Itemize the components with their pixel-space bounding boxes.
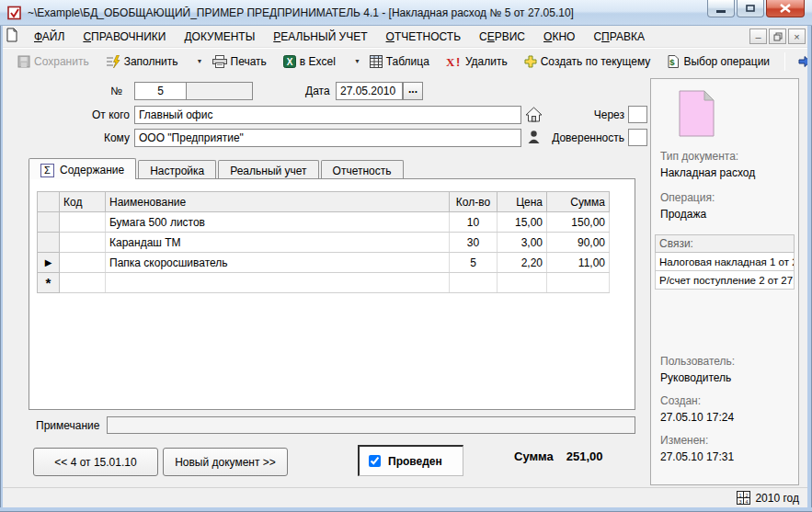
delete-x-icon: X!: [446, 55, 462, 68]
menu-item-6[interactable]: СЕРВИС: [470, 28, 534, 46]
title-bar: ~\Example\БД_ОБОБЩАЮЩИЙ_ПРИМЕР ПРЕДПРИНИ…: [0, 0, 812, 26]
delete-button[interactable]: X!Удалить: [440, 52, 513, 71]
table-row: ▶Папка скоросшиватель52,2011,00: [38, 253, 610, 273]
cell-price[interactable]: 3,00: [497, 233, 547, 253]
restore-button[interactable]: [737, 0, 764, 17]
menu-item-8[interactable]: СПРАВКА: [584, 28, 654, 46]
tab-label: Содержание: [60, 164, 124, 176]
row-selector[interactable]: [38, 212, 60, 233]
linked-document-2[interactable]: Р/счет поступление 2 от 27.0: [655, 271, 795, 290]
table-button[interactable]: Таблица: [364, 52, 435, 71]
column-header[interactable]: Цена: [497, 192, 547, 212]
cell-qty[interactable]: 5: [450, 253, 497, 273]
cell-code[interactable]: [60, 212, 106, 233]
create-by-current-button[interactable]: Создать по текущему: [519, 52, 657, 71]
cell-name[interactable]: Бумага 500 листов: [106, 212, 450, 233]
mdi-restore-button[interactable]: [769, 28, 786, 44]
window-title: ~\Example\БД_ОБОБЩАЮЩИЙ_ПРИМЕР ПРЕДПРИНИ…: [28, 6, 574, 19]
tab-strip: ΣСодержаниеНастройкаРеальный учетОтчетно…: [29, 158, 406, 179]
prev-document-button[interactable]: << 4 от 15.01.10: [33, 448, 158, 476]
tab-label: Реальный учет: [230, 165, 306, 177]
toolbar-button-label: Заполнить: [124, 55, 178, 68]
cell-qty[interactable]: 10: [450, 212, 497, 233]
cell-code[interactable]: [60, 273, 106, 293]
cell-sum[interactable]: [547, 273, 610, 293]
date-picker-button[interactable]: ...: [403, 82, 423, 100]
minimize-button[interactable]: [707, 0, 735, 17]
svg-text:X: X: [446, 55, 455, 68]
cell-name[interactable]: [106, 273, 450, 293]
linked-document-1[interactable]: Налоговая накладная 1 от 27: [655, 253, 795, 271]
cell-code[interactable]: [60, 233, 106, 253]
tab-label: Настройка: [150, 165, 204, 177]
menu-item-4[interactable]: РЕАЛЬНЫЙ УЧЕТ: [264, 28, 376, 46]
proxy-input[interactable]: [628, 129, 647, 146]
toolbar-button-label: Печать: [231, 55, 267, 68]
menu-item-3[interactable]: ДОКУМЕНТЫ: [175, 28, 264, 46]
tab-1[interactable]: ΣСодержание: [29, 158, 136, 179]
cell-price[interactable]: 2,20: [497, 253, 547, 273]
column-header[interactable]: Наименование: [106, 192, 450, 212]
dropdown-arrow-icon[interactable]: ▼: [197, 58, 203, 64]
from-input[interactable]: [134, 106, 521, 124]
svg-text:4: 4: [746, 499, 749, 505]
svg-text:X: X: [286, 56, 292, 66]
to-label: Кому: [56, 131, 130, 144]
year-selector[interactable]: 1234 2010 год: [737, 491, 799, 505]
tab-2[interactable]: Настройка: [138, 160, 216, 179]
tab-page-content: КодНаименованиеКол-воЦенаСуммаБумага 500…: [29, 178, 635, 410]
cell-sum[interactable]: 11,00: [547, 253, 610, 273]
via-input[interactable]: [628, 106, 647, 123]
window-border-right: [807, 26, 812, 512]
links-header: Связи:: [655, 234, 795, 253]
home-icon[interactable]: [523, 105, 543, 123]
cell-sum[interactable]: 90,00: [547, 233, 610, 253]
to-excel-button[interactable]: Xв Excel: [278, 52, 341, 71]
column-header[interactable]: Сумма: [547, 192, 610, 212]
cell-sum[interactable]: 150,00: [547, 212, 610, 233]
mdi-close-button[interactable]: ×: [788, 28, 806, 44]
cell-code[interactable]: [60, 253, 106, 273]
tab-4[interactable]: Отчетность: [321, 160, 404, 179]
to-input[interactable]: [134, 129, 521, 147]
cell-price[interactable]: [497, 273, 547, 293]
cell-qty[interactable]: 30: [450, 233, 497, 253]
toolbar-button-label: Таблица: [386, 55, 429, 68]
save-icon: [17, 55, 30, 68]
menu-item-2[interactable]: СПРАВОЧНИКИ: [74, 28, 175, 46]
date-input[interactable]: [336, 82, 403, 100]
row-selector[interactable]: [38, 233, 60, 253]
menu-item-7[interactable]: ОКНО: [534, 28, 584, 46]
plus-icon: [524, 55, 537, 68]
menu-item-5[interactable]: ОТЧЕТНОСТЬ: [377, 28, 470, 46]
posted-checkbox[interactable]: [369, 455, 381, 467]
column-header[interactable]: Код: [60, 192, 106, 212]
toolbar-button-label: Удалить: [465, 55, 508, 68]
new-row-marker[interactable]: *: [38, 273, 60, 293]
tab-3[interactable]: Реальный учет: [218, 160, 318, 179]
printer-icon: [212, 55, 227, 68]
from-label: От кого: [56, 108, 130, 121]
print-button[interactable]: Печать: [207, 52, 272, 71]
dropdown-arrow-icon[interactable]: ▼: [354, 58, 360, 64]
cell-qty[interactable]: [450, 273, 497, 293]
operation-value: Продажа: [660, 208, 706, 221]
new-document-button[interactable]: Новый документ >>: [163, 448, 288, 476]
calendar-grid-icon: 1234: [737, 491, 750, 505]
current-row-marker[interactable]: ▶: [38, 253, 60, 273]
choose-operation-button[interactable]: $Выбор операции: [661, 52, 775, 71]
number-input[interactable]: [134, 82, 187, 100]
note-input[interactable]: [107, 416, 635, 434]
menu-item-1[interactable]: ФАЙЛ: [25, 28, 74, 46]
save-button[interactable]: Сохранить: [12, 52, 95, 71]
column-header[interactable]: Кол-во: [450, 192, 497, 212]
year-label: 2010 год: [755, 492, 799, 505]
mdi-minimize-button[interactable]: –: [749, 28, 767, 44]
posted-panel: Проведен: [358, 445, 463, 476]
cell-name[interactable]: Папка скоросшиватель: [106, 253, 450, 273]
close-button[interactable]: [766, 0, 805, 17]
tab-label: Отчетность: [333, 165, 392, 177]
cell-price[interactable]: 15,00: [497, 212, 547, 233]
cell-name[interactable]: Карандаш ТМ: [106, 233, 450, 253]
fill-button[interactable]: Заполнить: [100, 52, 184, 71]
